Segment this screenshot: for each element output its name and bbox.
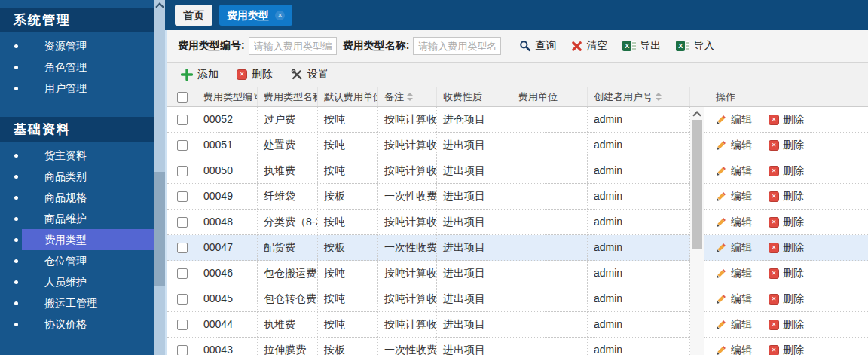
sidebar-item[interactable]: 仓位管理: [0, 250, 154, 271]
sidebar-item[interactable]: 角色管理: [0, 57, 154, 78]
cell-name: 包仓搬运费: [258, 261, 318, 286]
sidebar-item[interactable]: 人员维护: [0, 271, 154, 292]
fee-type-name-input[interactable]: [413, 37, 501, 55]
sidebar-item[interactable]: 用户管理: [0, 78, 154, 99]
edit-button[interactable]: 编辑: [716, 107, 752, 132]
table-row[interactable]: 00052 过户费 按吨 按吨计算收费 进仓项目 admin 编辑 删除: [167, 107, 868, 133]
row-checkbox[interactable]: [177, 115, 188, 125]
tab-close-icon[interactable]: [275, 11, 285, 20]
cell-nature: 进出项目: [437, 184, 512, 209]
clear-button[interactable]: 清空: [571, 39, 607, 53]
delete-label: 删除: [783, 133, 804, 158]
cell-code: 00050: [197, 158, 258, 183]
row-checkbox[interactable]: [177, 166, 188, 176]
table-scrollbar[interactable]: [690, 107, 704, 355]
sidebar-item[interactable]: 搬运工管理: [0, 292, 154, 314]
edit-button[interactable]: 编辑: [716, 286, 752, 311]
sidebar-item[interactable]: 货主资料: [0, 145, 154, 166]
column-header-code[interactable]: 费用类型编号: [197, 87, 258, 106]
sort-icon[interactable]: [407, 93, 413, 101]
row-checkbox[interactable]: [177, 320, 188, 330]
sidebar-section-title-system[interactable]: 系统管理: [0, 8, 154, 32]
table-row[interactable]: 00049 纤维袋 按板 一次性收费 进出项目 admin 编辑 删除: [167, 184, 868, 210]
column-header-default-unit[interactable]: 默认费用单位: [318, 87, 378, 106]
table-row[interactable]: 00050 执堆费 按吨 按吨计算收费 进出项目 admin 编辑 删除: [167, 158, 868, 184]
table-row[interactable]: 00047 配货费 按板 一次性收费 进出项目 admin 编辑 删除: [167, 235, 868, 261]
sidebar-section-basic-list: 货主资料商品类别商品规格商品维护费用类型仓位管理人员维护搬运工管理协议价格: [0, 142, 154, 342]
column-header-name[interactable]: 费用类型名称: [258, 87, 318, 106]
settings-button[interactable]: 设置: [291, 68, 329, 81]
row-checkbox[interactable]: [177, 268, 188, 279]
delete-button-toolbar[interactable]: 删除: [237, 68, 273, 81]
sidebar-item[interactable]: 商品维护: [0, 208, 154, 229]
fee-type-code-input[interactable]: [249, 37, 337, 55]
tab-fee-type[interactable]: 费用类型: [219, 5, 292, 26]
column-header-nature[interactable]: 收费性质: [437, 87, 512, 106]
sidebar-item[interactable]: 协议价格: [0, 314, 154, 335]
sidebar-scrollbar-thumb[interactable]: [154, 172, 165, 286]
table-row[interactable]: 00048 分类费（8-20 按吨 按吨计算收费 进出项目 admin 编辑 删…: [167, 210, 868, 235]
delete-button[interactable]: 删除: [769, 158, 804, 183]
cell-creator: admin: [588, 184, 690, 209]
delete-button[interactable]: 删除: [769, 210, 804, 234]
cell-name: 包仓转仓费: [258, 286, 318, 311]
sidebar-item[interactable]: 资源管理: [0, 35, 154, 57]
delete-button[interactable]: 删除: [769, 235, 804, 260]
edit-button[interactable]: 编辑: [716, 312, 752, 337]
table-row[interactable]: 00046 包仓搬运费 按吨 按吨计算收费 进出项目 admin 编辑 删除: [167, 261, 868, 286]
sidebar-scrollbar[interactable]: [154, 0, 165, 355]
column-header-creator[interactable]: 创建者用户号: [588, 87, 690, 106]
delete-button[interactable]: 删除: [769, 261, 804, 286]
column-header-note[interactable]: 备注: [378, 87, 437, 106]
pencil-icon: [716, 216, 727, 228]
pencil-icon: [716, 242, 727, 253]
sidebar-item[interactable]: 商品类别: [0, 166, 154, 187]
edit-button[interactable]: 编辑: [716, 184, 752, 209]
edit-button[interactable]: 编辑: [716, 210, 752, 234]
row-checkbox[interactable]: [177, 140, 188, 151]
tab-bar: 首页 费用类型: [165, 0, 868, 30]
delete-button[interactable]: 删除: [769, 338, 804, 355]
scroll-up-icon[interactable]: [692, 111, 701, 119]
scroll-up-icon[interactable]: [155, 2, 164, 11]
row-checkbox[interactable]: [177, 294, 188, 305]
select-all-checkbox[interactable]: [177, 92, 188, 103]
edit-button[interactable]: 编辑: [716, 158, 752, 183]
edit-button[interactable]: 编辑: [716, 133, 752, 158]
edit-button[interactable]: 编辑: [716, 235, 752, 260]
export-button[interactable]: X 导出: [622, 39, 661, 53]
row-checkbox[interactable]: [177, 217, 188, 228]
cell-default-unit: 按板: [318, 338, 378, 355]
edit-label: 编辑: [731, 338, 752, 355]
pencil-icon: [716, 344, 727, 355]
pencil-icon: [716, 268, 727, 279]
bullet-icon: [14, 301, 18, 305]
table-row[interactable]: 00045 包仓转仓费 按吨 按吨计算收费 进出项目 admin 编辑 删除: [167, 286, 868, 312]
column-header-fee-unit[interactable]: 费用单位: [512, 87, 588, 106]
query-button[interactable]: 查询: [519, 39, 556, 53]
tab-home[interactable]: 首页: [175, 5, 212, 26]
row-checkbox[interactable]: [177, 191, 188, 202]
sidebar-item[interactable]: 费用类型: [0, 229, 154, 250]
table-row[interactable]: 00044 执堆费 按吨 按吨计算收费 进出项目 admin 编辑 删除: [167, 312, 868, 338]
delete-button[interactable]: 删除: [769, 312, 804, 337]
sort-icon[interactable]: [656, 93, 662, 101]
sidebar-section-title-basic[interactable]: 基础资料: [0, 117, 154, 142]
cell-creator: admin: [588, 107, 690, 132]
delete-button[interactable]: 删除: [769, 107, 804, 132]
sidebar-item-label: 协议价格: [44, 318, 87, 330]
delete-button[interactable]: 删除: [769, 184, 804, 209]
edit-button[interactable]: 编辑: [716, 261, 752, 286]
table-row[interactable]: 00051 处置费 按吨 按吨计算收费 进出项目 admin 编辑 删除: [167, 133, 868, 158]
sidebar-item[interactable]: 商品规格: [0, 187, 154, 208]
delete-button[interactable]: 删除: [769, 133, 804, 158]
add-button[interactable]: 添加: [181, 68, 219, 81]
delete-button[interactable]: 删除: [769, 286, 804, 311]
table-row[interactable]: 00043 拉伸膜费 按板 一次性收费 进出项目 admin 编辑 删除: [167, 338, 868, 355]
row-checkbox[interactable]: [177, 345, 188, 355]
table-scrollbar-thumb[interactable]: [692, 120, 702, 249]
edit-button[interactable]: 编辑: [716, 338, 752, 355]
import-button[interactable]: X 导入: [676, 39, 714, 53]
cell-nature: 进出项目: [437, 210, 512, 234]
row-checkbox[interactable]: [177, 243, 188, 253]
